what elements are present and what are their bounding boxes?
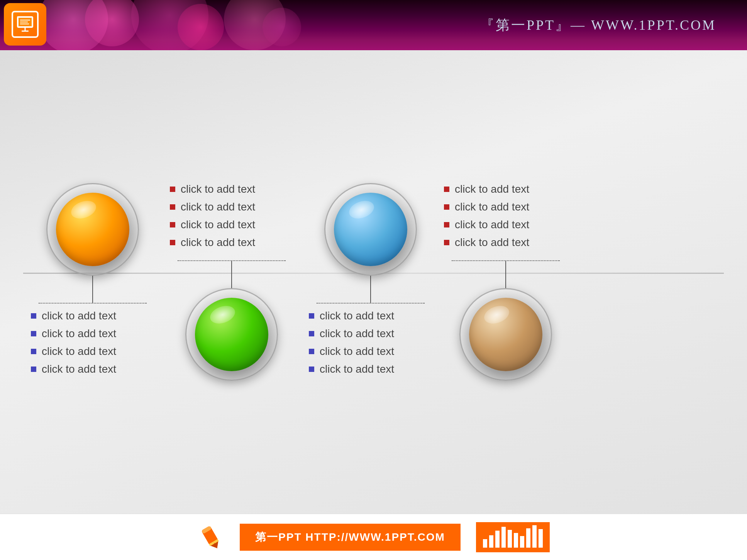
text-label[interactable]: click to add text (320, 363, 394, 375)
text-item[interactable]: click to add text (31, 328, 154, 340)
ball-highlight-1 (69, 198, 98, 222)
ball-group-2: click to add text click to add text clic… (170, 183, 293, 381)
footer-icon (197, 524, 224, 551)
connector-down-3 (370, 276, 371, 303)
connector-down-1 (92, 276, 93, 303)
text-item[interactable]: click to add text (170, 183, 293, 195)
pencil-icon (197, 524, 224, 551)
text-item[interactable]: click to add text (31, 310, 154, 322)
footer-bar (526, 528, 530, 548)
text-label[interactable]: click to add text (42, 345, 116, 358)
footer-bars (476, 522, 550, 552)
text-item[interactable]: click to add text (444, 201, 567, 213)
footer-bar (501, 527, 506, 548)
ball-ring-3 (324, 183, 417, 276)
monitor-icon (15, 15, 35, 34)
text-label[interactable]: click to add text (42, 363, 116, 375)
text-label[interactable]: click to add text (320, 310, 394, 322)
bullet-icon (170, 240, 175, 245)
header: 『第一PPT』— WWW.1PPT.COM (0, 0, 747, 50)
text-label[interactable]: click to add text (455, 201, 529, 213)
bullet-icon (31, 349, 36, 354)
ball-inner-4 (469, 298, 542, 371)
header-logo-inner (12, 11, 39, 38)
header-title: 『第一PPT』— WWW.1PPT.COM (480, 16, 716, 35)
bullet-icon (444, 204, 449, 210)
text-label[interactable]: click to add text (320, 328, 394, 340)
bokeh-circle (178, 4, 224, 50)
text-item[interactable]: click to add text (170, 219, 293, 231)
footer: 第一PPT HTTP://WWW.1PPT.COM (0, 514, 747, 560)
text-label[interactable]: click to add text (181, 201, 255, 213)
text-item[interactable]: click to add text (444, 183, 567, 195)
footer-bar (514, 533, 518, 548)
text-item[interactable]: click to add text (309, 363, 432, 375)
ball-group-4: click to add text click to add text clic… (444, 183, 567, 381)
bullet-icon (309, 313, 314, 319)
text-label[interactable]: click to add text (320, 345, 394, 358)
bullet-icon (170, 204, 175, 210)
ball-highlight-2 (208, 303, 237, 327)
bullet-icon (309, 367, 314, 372)
dotted-line-1 (39, 303, 147, 304)
bullet-icon (31, 313, 36, 319)
text-item[interactable]: click to add text (170, 236, 293, 249)
ball-inner-2 (195, 298, 268, 371)
text-label[interactable]: click to add text (42, 310, 116, 322)
ball-group-1: click to add text click to add text clic… (31, 183, 154, 381)
slide: 『第一PPT』— WWW.1PPT.COM click to add text (0, 0, 747, 560)
text-block-above-4: click to add text click to add text clic… (444, 183, 567, 254)
text-label[interactable]: click to add text (42, 328, 116, 340)
footer-bar (483, 539, 487, 548)
footer-bar (532, 525, 537, 548)
footer-brand-text: 第一PPT HTTP://WWW.1PPT.COM (240, 524, 461, 551)
footer-bar (539, 529, 543, 548)
bullet-icon (170, 222, 175, 227)
text-item[interactable]: click to add text (170, 201, 293, 213)
text-item[interactable]: click to add text (31, 345, 154, 358)
connector-up-4 (505, 261, 506, 288)
text-block-below-1: click to add text click to add text clic… (31, 310, 154, 381)
text-item[interactable]: click to add text (31, 363, 154, 375)
svg-rect-4 (22, 31, 29, 32)
bullet-icon (444, 187, 449, 192)
text-label[interactable]: click to add text (455, 183, 529, 195)
bullet-icon (170, 187, 175, 192)
footer-bar (508, 530, 512, 548)
dotted-line-3 (317, 303, 425, 304)
text-item[interactable]: click to add text (444, 219, 567, 231)
ball-ring-1 (46, 183, 139, 276)
ball-group-3: click to add text click to add text clic… (309, 183, 432, 381)
header-logo (4, 3, 46, 46)
footer-bar (520, 536, 524, 548)
text-label[interactable]: click to add text (181, 219, 255, 231)
text-item[interactable]: click to add text (309, 310, 432, 322)
ball-highlight-3 (347, 198, 376, 222)
bullet-icon (444, 240, 449, 245)
text-label[interactable]: click to add text (455, 236, 529, 249)
bullet-icon (309, 331, 314, 336)
bullet-icon (444, 222, 449, 227)
ball-ring-4 (459, 288, 552, 381)
bullet-icon (31, 331, 36, 336)
content-area: click to add text click to add text clic… (0, 50, 747, 514)
footer-bar (489, 535, 493, 548)
bullet-icon (31, 367, 36, 372)
text-label[interactable]: click to add text (181, 183, 255, 195)
ball-highlight-4 (482, 303, 512, 327)
text-label[interactable]: click to add text (181, 236, 255, 249)
ball-inner-3 (334, 193, 407, 266)
connector-up-2 (231, 261, 232, 288)
ball-inner-1 (56, 193, 129, 266)
svg-rect-2 (17, 16, 19, 18)
text-block-above-2: click to add text click to add text clic… (170, 183, 293, 254)
text-item[interactable]: click to add text (309, 328, 432, 340)
ball-ring-2 (185, 288, 278, 381)
footer-bar (495, 531, 500, 548)
text-block-below-3: click to add text click to add text clic… (309, 310, 432, 381)
text-item[interactable]: click to add text (309, 345, 432, 358)
text-item[interactable]: click to add text (444, 236, 567, 249)
text-label[interactable]: click to add text (455, 219, 529, 231)
bokeh-circle (263, 8, 301, 46)
bullet-icon (309, 349, 314, 354)
